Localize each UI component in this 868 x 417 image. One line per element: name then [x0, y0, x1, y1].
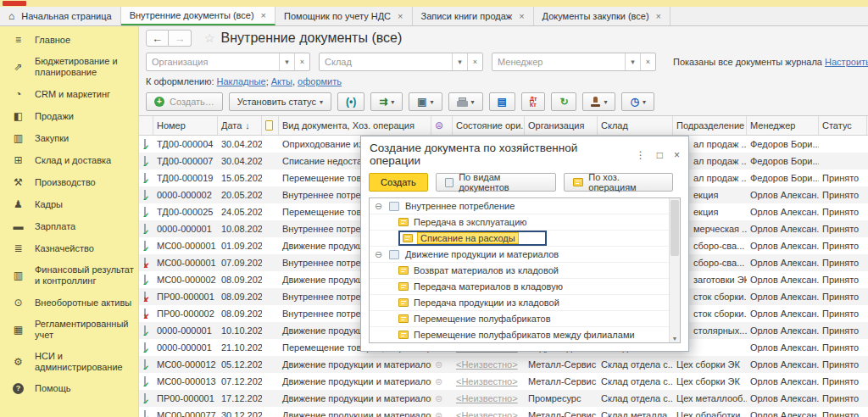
tree-item-row[interactable]: Передача материалов в кладовую: [370, 279, 669, 295]
by-operations-button[interactable]: По хоз. операциям: [564, 173, 673, 192]
doc-time-button[interactable]: ◷▾: [621, 92, 654, 111]
column-header-label: Менеджер: [750, 120, 795, 131]
dialog-create-button[interactable]: Создать: [369, 173, 428, 192]
back-button[interactable]: ←: [146, 30, 169, 47]
column-header[interactable]: Организация: [525, 116, 598, 135]
tree-scrollbar[interactable]: ▼: [669, 198, 680, 342]
scrollbar-thumb[interactable]: [670, 200, 679, 256]
table-row[interactable]: ✓МС00-00001205.12.2022Движение продукции…: [139, 356, 868, 373]
unknown-link[interactable]: <Неизвестно>: [456, 393, 518, 403]
tab-close-icon[interactable]: ×: [398, 11, 403, 21]
set-status-button[interactable]: Установить статус ▾: [229, 92, 331, 111]
nakladnye-link[interactable]: Накладные: [217, 76, 266, 86]
sidebar-item-main[interactable]: ≡Главное: [0, 29, 138, 51]
column-header[interactable]: Состояние ори...: [453, 116, 525, 135]
oformit-link[interactable]: оформить: [298, 76, 342, 86]
tree-item-row[interactable]: Возврат материалов из кладовой: [370, 263, 669, 279]
tab-vat-assistant[interactable]: Помощник по учету НДС×: [275, 7, 412, 25]
tree-item-row[interactable]: Передача продукции из кладовой: [370, 295, 669, 311]
selected-item-box[interactable]: Списание на расходы: [398, 231, 547, 246]
sidebar-item-production[interactable]: ⚒Производство: [0, 171, 138, 193]
sidebar-item-warehouse[interactable]: ⊞Склад и доставка: [0, 149, 138, 171]
unknown-link[interactable]: <Неизвестно>: [456, 376, 518, 386]
tree-item-row[interactable]: Перемещение полуфабрикатов: [370, 311, 669, 327]
tab-internal-documents[interactable]: Внутренние документы (все)×: [121, 7, 275, 25]
clear-icon[interactable]: ×: [294, 53, 309, 70]
manager-filter[interactable]: Менеджер▾×: [492, 53, 656, 71]
column-header-label: Склад: [601, 120, 628, 131]
clear-icon[interactable]: ×: [467, 53, 482, 70]
table-row[interactable]: ✓ПР00-00000117.12.2022Движение продукции…: [139, 390, 868, 407]
favorite-star-icon[interactable]: ☆: [204, 31, 215, 45]
cell-manager: Орлов Алексан...: [747, 224, 819, 234]
document-status-icon: ✓: [144, 207, 146, 217]
sidebar-item-regulated-accounting[interactable]: ▦Регламентированный учет: [0, 314, 138, 346]
sidebar-item-crm[interactable]: ◔CRM и маркетинг: [0, 83, 138, 105]
column-header[interactable]: Статус: [819, 116, 867, 135]
check-icon: ✓: [142, 398, 149, 403]
sidebar-item-purchases[interactable]: ▥Закупки: [0, 127, 138, 149]
refresh-button[interactable]: ↻: [551, 92, 576, 111]
column-header[interactable]: [262, 116, 279, 135]
table-row[interactable]: ✓МС00-00001307.12.2022Движение продукции…: [139, 373, 868, 390]
collapse-icon[interactable]: ⊖: [375, 201, 386, 212]
sidebar-item-treasury[interactable]: ≣Казначейство: [0, 237, 138, 259]
organization-filter[interactable]: Организация▾×: [146, 53, 310, 71]
column-header[interactable]: [139, 116, 153, 135]
clear-icon[interactable]: ×: [640, 53, 655, 70]
stamp-button[interactable]: ▾: [582, 92, 615, 111]
tab-sales-book[interactable]: Записи книги продаж×: [413, 7, 534, 25]
set-status-label: Установить статус: [237, 97, 316, 107]
dialog-close-icon[interactable]: ×: [674, 149, 680, 161]
tab-close-icon[interactable]: ×: [519, 11, 524, 21]
column-header[interactable]: Вид документа, Хоз. операция: [279, 116, 431, 135]
create-based-on-button[interactable]: ⇉▾: [370, 92, 403, 111]
chevron-down-icon[interactable]: ▾: [625, 53, 640, 70]
column-header[interactable]: Склад: [598, 116, 673, 135]
sidebar-item-financial-result[interactable]: ▥Финансовый результат и контроллинг: [0, 259, 138, 292]
cell-status: Принято: [819, 325, 867, 336]
sidebar-item-fixed-assets[interactable]: ⊙Внеоборотные активы: [0, 292, 138, 314]
warehouse-filter[interactable]: Склад▾×: [319, 53, 483, 71]
chevron-down-icon[interactable]: ▾: [279, 53, 294, 70]
tree-item-row[interactable]: Передача в эксплуатацию: [370, 214, 669, 231]
dialog-maximize-icon[interactable]: □: [657, 149, 663, 161]
dialog-menu-icon[interactable]: ⋮: [636, 149, 646, 161]
chevron-down-icon[interactable]: ▾: [452, 53, 467, 70]
sidebar-item-hr[interactable]: ♟Кадры: [0, 193, 138, 215]
create-button[interactable]: + Создать…: [146, 92, 223, 111]
discussions-button[interactable]: (•): [337, 92, 364, 111]
column-header[interactable]: Номер: [153, 116, 218, 135]
forward-button[interactable]: →: [169, 30, 192, 47]
tab-close-icon[interactable]: ×: [656, 11, 661, 21]
print-button[interactable]: ▾: [448, 92, 483, 111]
by-document-types-button[interactable]: По видам документов: [436, 173, 556, 192]
scroll-down-icon[interactable]: ▼: [670, 336, 680, 342]
tab-home[interactable]: ⌂Начальная страница: [0, 7, 121, 25]
sidebar-item-payroll[interactable]: ▬Зарплата: [0, 215, 138, 237]
tree-item-row[interactable]: Списание на расходы: [370, 231, 669, 247]
column-header[interactable]: Подразделение: [673, 116, 747, 135]
tree-group-row[interactable]: ⊖Движение продукции и материалов: [370, 247, 669, 263]
tab-close-icon[interactable]: ×: [261, 10, 266, 20]
tree-group-row[interactable]: ⊖Внутреннее потребление: [370, 198, 669, 214]
dtkt-button[interactable]: ДтКт: [521, 92, 545, 111]
column-header[interactable]: Менеджер: [747, 116, 819, 135]
column-header[interactable]: ⊜: [431, 116, 453, 135]
sidebar-item-sales[interactable]: ◧Продажи: [0, 105, 138, 127]
sidebar-item-nsi-administration[interactable]: ⚙НСИ и администрирование: [0, 346, 138, 378]
column-header[interactable]: Дата↓: [218, 116, 262, 135]
sidebar-item-help[interactable]: ?Помощь: [0, 378, 138, 399]
table-row[interactable]: ✓МС00-00007730.12.2022Движение продукции…: [139, 407, 868, 417]
register-button[interactable]: ▤: [489, 92, 515, 111]
reports-button[interactable]: ▣▾: [409, 92, 442, 111]
tree-item-row[interactable]: Перемещение полуфабрикатов между филиала…: [370, 327, 669, 343]
collapse-icon[interactable]: ⊖: [375, 249, 386, 260]
sidebar-item-budgeting[interactable]: ⇗Бюджетирование и планирование: [0, 51, 138, 83]
akty-link[interactable]: Акты: [271, 76, 292, 86]
configure-link[interactable]: Настроить: [825, 57, 868, 67]
unknown-link[interactable]: <Неизвестно>: [456, 410, 518, 417]
unknown-link[interactable]: <Неизвестно>: [456, 359, 518, 370]
group-folder-icon: [389, 250, 399, 259]
tab-purchase-documents[interactable]: Документы закупки (все)×: [534, 7, 670, 25]
